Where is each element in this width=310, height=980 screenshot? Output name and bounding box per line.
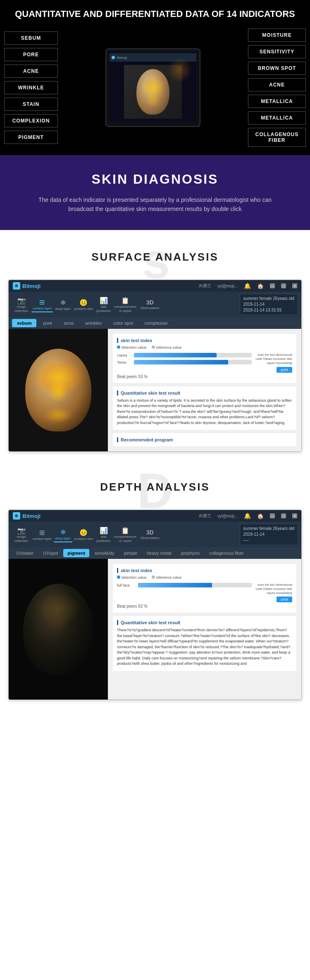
indicator-left-stain: STAIN	[4, 98, 58, 111]
depth-content: skin test index detection value referenc…	[9, 559, 301, 700]
quant-text: Sebum is a mixture of a variety of lipid…	[117, 398, 292, 426]
tab-porphyrin[interactable]: porphyrin	[176, 549, 204, 557]
depth-toolbar-3d[interactable]: 3D 3Dsimulation	[138, 528, 161, 541]
depth-toolbar-problem[interactable]: 😐 problem skin	[73, 527, 94, 542]
depth-logo-icon: B	[13, 512, 20, 520]
depth-metric-label: full face	[117, 583, 136, 587]
tab-uvspot[interactable]: UVspot	[39, 549, 62, 557]
notification-icon[interactable]: 🔔	[244, 283, 251, 289]
depth-quant-section: Quantitative skin test result There?is?a…	[113, 616, 296, 671]
skin-index-title: skin test index	[117, 338, 292, 343]
report-icon: 📋	[121, 297, 129, 304]
surface-toolbar: 📷 image collection ⊞ surface layer ❄ dee…	[9, 292, 301, 317]
close-btn[interactable]: ✕	[292, 283, 297, 288]
surface-layer-icon: ⊞	[39, 298, 45, 306]
print-button[interactable]: print	[277, 367, 292, 373]
indicator-left-acne: ACNE	[4, 65, 58, 78]
qr-area: scan the two dimensional code Obtain exc…	[255, 353, 292, 372]
indicator-left-wrinkle: WRINKLE	[4, 81, 58, 94]
depth-quant-title: Quantitative skin test result	[117, 620, 292, 625]
beat-peers: Beat peers 53 %	[117, 374, 292, 379]
tab-pigment[interactable]: pigment	[63, 549, 89, 557]
tab-wrinkles[interactable]: wrinkles	[80, 319, 107, 327]
depth-user-area: 向册兰 xyl@moji... 🔔 🏠 — □ ✕	[199, 513, 297, 519]
tab-acne[interactable]: acne	[59, 319, 79, 327]
tab-heavy-metal[interactable]: heavy metal	[143, 549, 175, 557]
minimize-btn[interactable]: —	[270, 283, 275, 288]
metric-uarea-label: Uarea	[117, 353, 131, 357]
app-logo-icon: B	[13, 282, 20, 290]
data-panel: skin test index detection value referenc…	[108, 329, 301, 451]
tab-pore[interactable]: pore	[38, 319, 57, 327]
toolbar-prediction[interactable]: 📊 skin prediction	[95, 295, 112, 314]
tab-pimple[interactable]: pimple	[120, 549, 141, 557]
app-logo-text: Bitmoji	[22, 283, 41, 289]
depth-title: DEPTH ANALYSIS	[100, 481, 210, 494]
patient-name: summer	[243, 296, 258, 301]
depth-problem-icon: 😐	[79, 529, 88, 537]
center-laptop: Bitmoji	[60, 48, 246, 127]
toolbar-deep[interactable]: ❄ deep layer	[54, 297, 72, 312]
depth-qr-text: scan the two dimensional code Obtain exc…	[255, 583, 292, 595]
indicator-right-sensitivity: SENSITIVITY	[248, 45, 306, 58]
detection-legend: detection value reference value	[117, 345, 292, 350]
3d-icon: 3D	[146, 299, 154, 306]
depth-metric-bar	[138, 583, 252, 587]
depth-qr-area: scan the two dimensional code Obtain exc…	[255, 583, 292, 602]
indicator-right-metallica: METALLICA	[248, 111, 306, 125]
depth-maximize-btn[interactable]: □	[281, 513, 286, 518]
toolbar-surface[interactable]: ⊞ surface layer	[31, 297, 53, 312]
depth-tabs: UVwater UVspot pigment sensitivity pimpl…	[9, 547, 301, 559]
depth-detection-legend: detection value reference value	[117, 575, 292, 580]
toolbar-report[interactable]: 📋 comprehensive re report	[113, 295, 138, 314]
maximize-btn[interactable]: □	[281, 283, 286, 288]
metric-uarea-bar	[134, 353, 252, 357]
home-icon[interactable]: 🏠	[257, 283, 264, 289]
depth-toolbar-report[interactable]: 📋 comprehensive re report	[113, 525, 138, 544]
tab-complexion[interactable]: complexion	[140, 319, 173, 327]
tab-color-spot[interactable]: color spot	[108, 319, 138, 327]
depth-toolbar-prediction[interactable]: 📊 skin prediction	[95, 525, 112, 544]
toolbar-problem[interactable]: 😐 problem skin	[73, 297, 94, 312]
user-name: 向册兰	[199, 283, 211, 289]
tab-uvwater[interactable]: UVwater	[12, 549, 38, 557]
toolbar-3d[interactable]: 3D 3Dsimulation	[138, 298, 161, 311]
metric-tarea: Tarea	[117, 360, 252, 364]
depth-toolbar-image[interactable]: 📷 image collection	[12, 525, 31, 544]
depth-toolbar-surface[interactable]: ⊞ surface layer	[31, 527, 53, 542]
depth-close-btn[interactable]: ✕	[292, 513, 297, 518]
depth-minimize-btn[interactable]: —	[270, 513, 275, 518]
patient-gender: female	[260, 296, 272, 301]
indicator-right-brown-spot: BROWN SPOT	[248, 62, 306, 75]
face-panel	[9, 329, 108, 451]
sebum-highlight-chin	[44, 407, 73, 423]
deep-layer-icon: ❄	[60, 299, 66, 307]
right-indicators: MOISTURESENSITIVITYBROWN SPOTACNEMETALLI…	[248, 29, 306, 147]
toolbar-image[interactable]: 📷 image collection	[12, 295, 31, 314]
depth-analysis-section: D DEPTH ANALYSIS B Bitmoji 向册兰 xyl@moji.…	[0, 460, 310, 708]
qr-scan-text: scan the two dimensional code Obtain exc…	[255, 353, 292, 365]
depth-notification-icon[interactable]: 🔔	[244, 513, 251, 519]
tab-sensitivity[interactable]: sensitivity	[91, 549, 119, 557]
surface-title-wrapper: s SURFACE ANALYSIS	[8, 242, 302, 271]
depth-beat-peers: Beat peers 63 %	[117, 604, 292, 609]
depth-print-button[interactable]: print	[277, 597, 292, 602]
depth-toolbar-deep[interactable]: ❄ deep layer	[54, 527, 72, 542]
tab-sebum[interactable]: sebum	[12, 319, 36, 327]
rec-section: Recommended program	[113, 433, 296, 446]
uv-highlight2	[48, 613, 69, 633]
metric-tarea-bar	[134, 360, 252, 364]
depth-home-icon[interactable]: 🏠	[257, 513, 264, 519]
metric-uarea: Uarea	[117, 353, 252, 357]
rec-title: Recommended program	[117, 437, 292, 442]
depth-app-logo: B Bitmoji	[13, 512, 41, 520]
depth-image-icon: 📷	[17, 527, 26, 534]
quant-section: Quantitative skin test result Sebum is a…	[113, 386, 296, 430]
depth-face-panel	[9, 559, 108, 700]
surface-analysis-section: s SURFACE ANALYSIS B Bitmoji 向册兰 xyl@moj…	[0, 230, 310, 460]
depth-user-name: 向册兰	[199, 513, 211, 519]
tab-collagenous[interactable]: collagenous fiber	[205, 549, 248, 557]
indicators-title: QUANTITATIVE AND DIFFERENTIATED DATA OF …	[4, 8, 306, 20]
depth-3d-icon: 3D	[146, 529, 154, 536]
depth-app-window: B Bitmoji 向册兰 xyl@moji... 🔔 🏠 — □ ✕ 📷 im…	[8, 510, 302, 700]
